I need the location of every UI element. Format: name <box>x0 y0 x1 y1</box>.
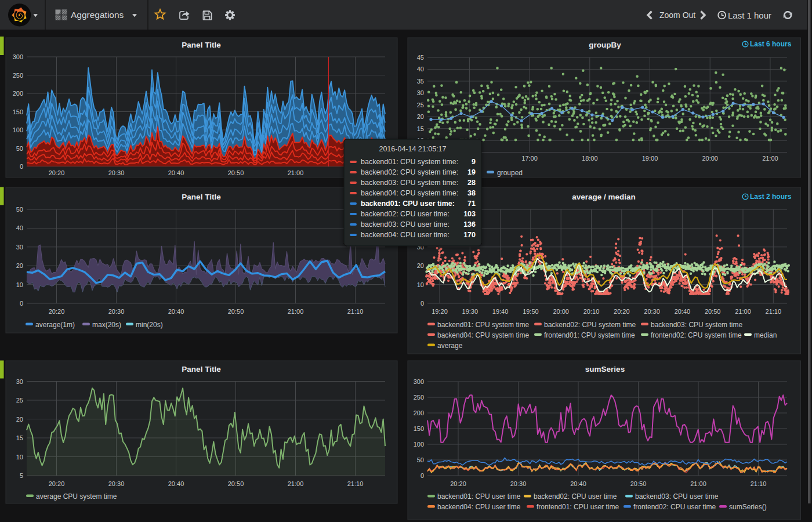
svg-text:17:00: 17:00 <box>521 155 538 162</box>
svg-text:20: 20 <box>417 262 424 269</box>
svg-text:backend03: CPU system time: backend03: CPU system time <box>651 321 742 329</box>
svg-text:frontend01: CPU system time: frontend01: CPU system time <box>544 331 635 339</box>
svg-text:21:00: 21:00 <box>288 480 304 487</box>
svg-text:backend01: CPU system time:: backend01: CPU system time: <box>361 158 458 166</box>
svg-text:21:00: 21:00 <box>762 155 778 162</box>
svg-text:20:30: 20:30 <box>510 480 527 487</box>
svg-text:50: 50 <box>417 456 424 463</box>
svg-text:backend04: CPU system time: backend04: CPU system time <box>437 331 529 339</box>
svg-text:backend04: CPU system time:: backend04: CPU system time: <box>361 189 458 197</box>
svg-text:max(20s): max(20s) <box>92 321 121 329</box>
svg-text:21:10: 21:10 <box>751 480 767 487</box>
svg-text:30: 30 <box>16 244 23 251</box>
svg-text:backend01: CPU user time:: backend01: CPU user time: <box>361 200 455 208</box>
svg-text:20: 20 <box>16 262 23 269</box>
svg-text:0: 0 <box>20 300 23 307</box>
svg-text:136: 136 <box>463 220 476 229</box>
svg-text:20:20: 20:20 <box>49 169 65 176</box>
svg-text:20:20: 20:20 <box>450 480 466 487</box>
svg-text:20: 20 <box>16 416 23 423</box>
svg-text:Panel Title: Panel Title <box>182 193 221 201</box>
svg-text:0: 0 <box>420 472 424 479</box>
svg-text:21:00: 21:00 <box>288 169 304 176</box>
svg-text:backend02: CPU system time:: backend02: CPU system time: <box>361 168 458 176</box>
svg-text:20:50: 20:50 <box>228 480 244 487</box>
svg-text:250: 250 <box>13 72 23 79</box>
svg-text:grouped: grouped <box>497 169 523 177</box>
svg-text:0: 0 <box>20 163 23 170</box>
svg-text:sumSeries: sumSeries <box>585 365 625 374</box>
svg-text:frontend02: CPU user time: frontend02: CPU user time <box>633 503 716 511</box>
svg-text:20:40: 20:40 <box>168 308 184 315</box>
svg-text:25: 25 <box>16 397 23 404</box>
svg-text:Last 1 hour: Last 1 hour <box>728 10 771 20</box>
svg-text:backend01: CPU system time: backend01: CPU system time <box>437 321 529 329</box>
svg-text:19:50: 19:50 <box>523 308 539 315</box>
svg-text:30: 30 <box>16 378 23 385</box>
svg-text:20:50: 20:50 <box>705 308 721 315</box>
svg-text:Aggregations: Aggregations <box>71 10 124 20</box>
svg-text:20:50: 20:50 <box>228 169 244 176</box>
svg-text:19: 19 <box>467 168 476 176</box>
svg-text:Zoom Out: Zoom Out <box>659 10 695 20</box>
svg-text:backend02: CPU system time: backend02: CPU system time <box>544 321 636 329</box>
svg-text:38: 38 <box>467 189 476 197</box>
svg-text:250: 250 <box>414 394 424 401</box>
svg-text:backend03: CPU system time:: backend03: CPU system time: <box>361 179 458 187</box>
svg-text:20:40: 20:40 <box>570 480 586 487</box>
svg-text:10: 10 <box>16 281 23 288</box>
svg-text:100: 100 <box>414 441 424 448</box>
svg-text:50: 50 <box>16 145 23 152</box>
svg-text:2016-04-14 21:05:17: 2016-04-14 21:05:17 <box>379 145 446 153</box>
svg-text:Panel Title: Panel Title <box>182 365 221 374</box>
svg-text:71: 71 <box>467 200 476 208</box>
svg-text:average: average <box>437 342 463 350</box>
svg-text:25: 25 <box>417 102 424 108</box>
svg-text:21:00: 21:00 <box>735 308 751 315</box>
svg-text:average(1m): average(1m) <box>35 321 75 329</box>
svg-text:average / median: average / median <box>572 193 636 201</box>
svg-text:10: 10 <box>417 281 424 288</box>
svg-text:min(20s): min(20s) <box>136 321 163 329</box>
svg-text:100: 100 <box>13 126 23 133</box>
svg-text:170: 170 <box>463 231 476 239</box>
svg-text:backend03: CPU user time:: backend03: CPU user time: <box>361 220 449 229</box>
svg-text:15: 15 <box>417 125 424 132</box>
svg-text:average CPU system time: average CPU system time <box>36 492 117 501</box>
svg-text:20:30: 20:30 <box>108 308 125 315</box>
svg-text:Last 2 hours: Last 2 hours <box>750 193 792 201</box>
svg-text:20:20: 20:20 <box>614 308 630 315</box>
svg-text:21:10: 21:10 <box>766 308 782 315</box>
svg-text:20:30: 20:30 <box>108 480 125 487</box>
svg-text:50: 50 <box>16 206 23 213</box>
svg-text:Last 6 hours: Last 6 hours <box>750 40 792 48</box>
svg-text:20:40: 20:40 <box>168 480 184 487</box>
svg-text:20:30: 20:30 <box>644 308 660 315</box>
svg-text:28: 28 <box>467 179 476 187</box>
svg-text:21:00: 21:00 <box>288 308 304 315</box>
svg-text:backend02: CPU user time: backend02: CPU user time <box>534 492 617 501</box>
svg-text:200: 200 <box>414 409 424 416</box>
svg-text:300: 300 <box>13 53 23 60</box>
svg-text:9: 9 <box>472 158 476 166</box>
svg-text:backend04: CPU user time: backend04: CPU user time <box>437 503 521 511</box>
svg-text:19:40: 19:40 <box>492 308 509 315</box>
svg-text:20:20: 20:20 <box>49 480 65 487</box>
svg-text:5: 5 <box>20 472 23 479</box>
svg-text:15: 15 <box>16 434 23 441</box>
svg-text:frontend01: CPU user time: frontend01: CPU user time <box>536 503 619 511</box>
svg-text:backend02: CPU user time:: backend02: CPU user time: <box>361 210 449 218</box>
svg-text:20:00: 20:00 <box>702 155 718 162</box>
svg-text:30: 30 <box>417 89 424 96</box>
svg-text:19:30: 19:30 <box>462 308 478 315</box>
svg-text:20:40: 20:40 <box>168 169 184 176</box>
svg-text:40: 40 <box>417 66 424 72</box>
svg-text:20:00: 20:00 <box>553 308 569 315</box>
svg-text:19:20: 19:20 <box>432 308 448 315</box>
svg-text:backend04: CPU user time:: backend04: CPU user time: <box>361 231 449 239</box>
svg-text:35: 35 <box>417 78 424 85</box>
svg-text:19:00: 19:00 <box>642 155 658 162</box>
svg-text:20: 20 <box>417 113 424 120</box>
svg-text:150: 150 <box>414 425 424 432</box>
svg-text:300: 300 <box>414 378 424 385</box>
